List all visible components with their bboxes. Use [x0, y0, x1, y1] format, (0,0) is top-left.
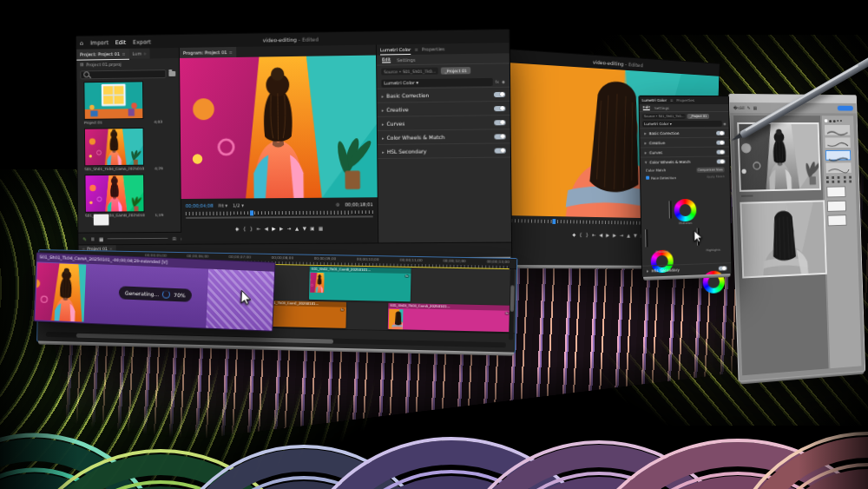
section-toggle[interactable]	[494, 91, 505, 96]
section-curves[interactable]: Curves	[386, 120, 404, 126]
bin-item[interactable]: Project 01 4;03	[83, 81, 173, 125]
subtab-edit[interactable]: Edit	[382, 56, 391, 63]
extract-button[interactable]: ▼	[634, 233, 637, 238]
section-hsl-secondary[interactable]: HSL Secondary	[387, 148, 427, 155]
mark-in-button[interactable]: {	[243, 226, 247, 231]
section-toggle[interactable]	[716, 140, 725, 144]
source-clip-chip[interactable]: Source • S01_Sh01_Tk0…	[642, 113, 686, 118]
step-back-button[interactable]: ◀	[265, 226, 268, 231]
menu-export[interactable]: Export	[133, 38, 151, 45]
panel-menu-icon[interactable]: ≡	[229, 50, 233, 55]
scrollbar-horizontal[interactable]	[46, 332, 506, 347]
tab-project[interactable]: Project: Project 01≡	[76, 48, 128, 60]
panel-icon[interactable]	[838, 176, 840, 179]
preset-dropdown[interactable]: Lumetri Color ▾	[381, 77, 492, 87]
panel-icon[interactable]	[832, 176, 834, 179]
pencil-icon[interactable]: ✎	[82, 236, 87, 241]
section-toggle[interactable]	[717, 159, 726, 163]
current-timecode[interactable]: 00;00;04;08	[186, 202, 214, 208]
monitor-scrubber[interactable]	[186, 210, 373, 215]
section-toggle[interactable]	[494, 105, 505, 110]
section-toggle[interactable]	[719, 266, 727, 270]
new-bin-folder-icon[interactable]	[168, 70, 175, 76]
share-button[interactable]	[838, 106, 853, 111]
extract-button[interactable]: ▼	[303, 226, 306, 231]
tab-lumetri-color[interactable]: Lumetri Color	[380, 44, 411, 56]
lift-button[interactable]: ▲	[627, 233, 630, 238]
storyboard-frame[interactable]	[740, 200, 827, 278]
brush-dot-icon[interactable]	[833, 120, 836, 122]
section-toggle[interactable]	[716, 149, 725, 154]
section-toggle[interactable]	[495, 148, 506, 153]
brush-stroke-sample-selected[interactable]	[825, 150, 851, 161]
section-basic-correction[interactable]: Basic Correction	[386, 92, 429, 99]
scrollbar-thumb[interactable]	[76, 333, 333, 343]
timeline-clip-teal[interactable]: S01_Sh02_Tk01_CamB_20250101… fx	[309, 267, 411, 302]
export-frame-button[interactable]: ▣	[310, 226, 314, 231]
fx-icon[interactable]: fx	[495, 79, 498, 83]
brush-tool-icon[interactable]: ✎	[747, 105, 751, 110]
swatch[interactable]	[827, 215, 846, 226]
subtab-settings[interactable]: Settings	[654, 105, 669, 109]
automate-icon[interactable]: ⊞	[172, 235, 176, 241]
panel-menu-icon[interactable]: ≡	[414, 47, 418, 52]
section-toggle[interactable]	[494, 120, 505, 125]
panel-icon[interactable]	[844, 181, 846, 183]
playhead[interactable]	[552, 219, 556, 224]
eye-icon[interactable]: ◉	[502, 79, 505, 83]
list-view-icon[interactable]: ≣	[91, 236, 95, 241]
section-creative[interactable]: Creative	[386, 106, 408, 112]
play-button[interactable]: ▶	[606, 233, 609, 238]
section-color-wheels[interactable]: Color Wheels & Match	[387, 134, 445, 141]
brush-dot-icon[interactable]	[837, 120, 838, 122]
section-color-wheels[interactable]: Color Wheels & Match	[649, 159, 690, 164]
playback-resolution-dropdown[interactable]: 1/2 ▾	[233, 202, 244, 208]
timeline-clip-magenta[interactable]: S01_Sh03_Tk04_CamA_20250101… fx	[388, 303, 511, 332]
swatch[interactable]	[827, 201, 846, 212]
select-tool-icon[interactable]: �säll	[733, 105, 745, 110]
panel-icon[interactable]	[826, 176, 829, 179]
panel-icon[interactable]	[849, 180, 852, 182]
shadows-slider[interactable]	[645, 229, 648, 247]
menu-edit[interactable]: Edit	[115, 38, 126, 45]
step-forward-button[interactable]: ▶	[279, 226, 283, 231]
tab-overflow[interactable]: Lum»	[128, 48, 149, 58]
section-toggle[interactable]	[716, 130, 725, 135]
brush-stroke-sample[interactable]	[825, 137, 850, 148]
mark-out-button[interactable]: }	[586, 232, 589, 237]
project-file-name[interactable]: Project 01.prproj	[86, 61, 122, 67]
bin-item[interactable]: S01_Sh01_Tk04_CamA_20250101… 4;29	[84, 128, 174, 172]
step-back-button[interactable]: ◀	[599, 233, 602, 238]
section-hsl-secondary[interactable]: HSL Secondary	[651, 268, 679, 273]
tab-properties[interactable]: Properties	[422, 46, 445, 51]
settings-wrench-icon[interactable]: ⚙	[336, 202, 340, 207]
panel-icon[interactable]	[838, 181, 840, 183]
shape-tool-icon[interactable]: ▦	[753, 105, 758, 110]
panel-icon[interactable]	[826, 181, 829, 183]
add-marker-button[interactable]: ◆	[572, 232, 575, 237]
go-to-in-button[interactable]: ⇤	[592, 232, 595, 237]
subtab-settings[interactable]: Settings	[397, 56, 416, 62]
add-marker-button[interactable]: ◆	[235, 226, 239, 231]
menu-import[interactable]: Import	[90, 39, 108, 46]
brush-dot-icon[interactable]	[840, 120, 842, 122]
mark-out-button[interactable]: }	[250, 226, 253, 231]
go-to-out-button[interactable]: ⇥	[287, 226, 292, 231]
comparison-view-button[interactable]: Comparison View	[696, 167, 725, 172]
midtones-wheel[interactable]	[674, 199, 696, 222]
source-clip-chip[interactable]: Source • S01_Sh01_Tk0…	[381, 68, 438, 76]
brush-dot-icon[interactable]	[825, 119, 828, 122]
brush-dot-icon[interactable]	[829, 120, 832, 122]
panel-menu-icon[interactable]: ≡	[670, 98, 674, 102]
search-input[interactable]	[80, 69, 166, 79]
go-to-in-button[interactable]: ⇤	[257, 226, 261, 231]
swatch[interactable]	[826, 186, 845, 197]
face-detection-checkbox[interactable]	[646, 176, 649, 180]
panel-icon[interactable]	[849, 176, 852, 179]
section-toggle[interactable]	[494, 134, 505, 139]
tab-properties[interactable]: Properties	[676, 98, 694, 102]
apply-match-button[interactable]: Apply Match	[707, 175, 724, 178]
panel-menu-icon[interactable]: ≡	[122, 50, 125, 56]
bin-item[interactable]: S01_Sh01_Tk04_CamB_20250101… 1;19	[84, 174, 174, 217]
mark-in-button[interactable]: {	[579, 232, 582, 237]
